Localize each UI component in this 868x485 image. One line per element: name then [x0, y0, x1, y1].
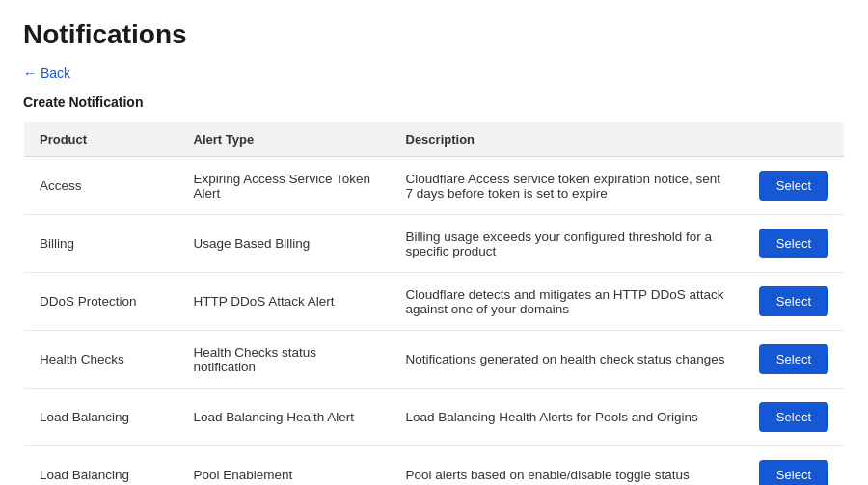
col-header-description: Description — [391, 122, 744, 157]
cell-description: Billing usage exceeds your configured th… — [391, 215, 744, 273]
table-row: Load Balancing Pool Enablement Pool aler… — [24, 446, 845, 486]
cell-action: Select — [744, 331, 845, 389]
cell-alert-type: Pool Enablement — [178, 446, 391, 486]
back-arrow-icon: ← — [23, 66, 37, 81]
cell-action: Select — [744, 389, 845, 446]
select-button-1[interactable]: Select — [759, 229, 828, 258]
cell-description: Cloudflare Access service token expirati… — [391, 157, 744, 215]
cell-product: Load Balancing — [24, 446, 178, 486]
table-row: Access Expiring Access Service Token Ale… — [24, 157, 845, 215]
table-row: Load Balancing Load Balancing Health Ale… — [24, 389, 845, 446]
cell-action: Select — [744, 446, 845, 486]
back-link[interactable]: ← Back — [23, 66, 70, 81]
select-button-2[interactable]: Select — [759, 286, 828, 316]
cell-alert-type: Expiring Access Service Token Alert — [178, 157, 391, 215]
select-button-4[interactable]: Select — [759, 402, 828, 432]
cell-description: Pool alerts based on enable/disable togg… — [391, 446, 744, 486]
cell-alert-type: Usage Based Billing — [178, 215, 391, 273]
table-header-row: Product Alert Type Description — [24, 122, 845, 157]
col-header-product: Product — [24, 122, 178, 157]
col-header-alert-type: Alert Type — [178, 122, 391, 157]
table-row: Billing Usage Based Billing Billing usag… — [24, 215, 845, 273]
section-title: Create Notification — [23, 94, 845, 110]
cell-product: DDoS Protection — [24, 273, 178, 331]
cell-alert-type: HTTP DDoS Attack Alert — [178, 273, 391, 331]
cell-action: Select — [744, 215, 845, 273]
table-row: DDoS Protection HTTP DDoS Attack Alert C… — [24, 273, 845, 331]
select-button-3[interactable]: Select — [759, 344, 828, 374]
cell-product: Load Balancing — [24, 389, 178, 446]
cell-product: Health Checks — [24, 331, 178, 389]
select-button-0[interactable]: Select — [759, 171, 828, 201]
page-title: Notifications — [23, 19, 845, 50]
cell-product: Access — [24, 157, 178, 215]
cell-product: Billing — [24, 215, 178, 273]
cell-action: Select — [744, 273, 845, 331]
notifications-table: Product Alert Type Description Access Ex… — [23, 121, 845, 485]
cell-description: Cloudflare detects and mitigates an HTTP… — [391, 273, 744, 331]
cell-action: Select — [744, 157, 845, 215]
table-row: Health Checks Health Checks status notif… — [24, 331, 845, 389]
cell-alert-type: Load Balancing Health Alert — [178, 389, 391, 446]
cell-alert-type: Health Checks status notification — [178, 331, 391, 389]
col-header-action — [744, 122, 845, 157]
select-button-5[interactable]: Select — [759, 460, 828, 485]
cell-description: Notifications generated on health check … — [391, 331, 744, 389]
cell-description: Load Balancing Health Alerts for Pools a… — [391, 389, 744, 446]
